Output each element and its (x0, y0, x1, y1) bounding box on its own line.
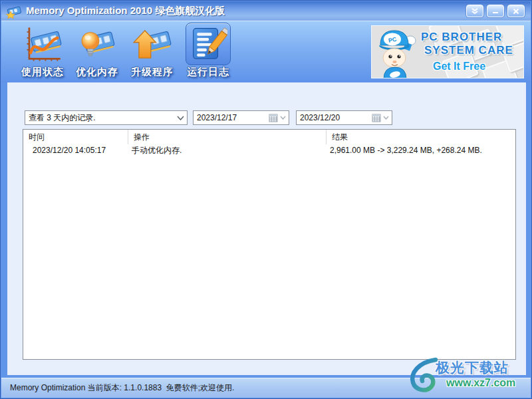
chevron-down-icon (174, 111, 187, 124)
app-logo-icon (6, 4, 22, 19)
calendar-icon (372, 114, 381, 122)
log-list-header: 时间 操作 结果 (23, 130, 515, 144)
run-log-pencil-icon (189, 25, 227, 63)
toolbar-label-run-log: 运行日志 (180, 66, 236, 78)
toolbar-button-upgrade-program[interactable]: 升级程序 (124, 23, 180, 78)
record-range-select[interactable]: 查看 3 天内的记录. (25, 110, 188, 125)
toolbar-label-upgrade-program: 升级程序 (124, 66, 180, 78)
close-button[interactable] (507, 5, 525, 17)
toolbar-button-usage-status[interactable]: 使用状态 (15, 23, 70, 78)
minimize-icon (492, 8, 499, 14)
log-row-result: 2,961.00 MB -> 3,229.24 MB, +268.24 MB. (326, 146, 515, 155)
pc-brother-banner-ad[interactable]: PC PC BROTHER SYSTEM CARE Get It Free (371, 25, 524, 78)
content-panel: 查看 3 天内的记录. 2023/12/17 2023/12/20 (7, 82, 526, 375)
date-to-value: 2023/12/20 (300, 113, 340, 122)
banner-line3: Get It Free (433, 61, 485, 72)
chevron-down-icon (471, 8, 478, 14)
minimize-to-tray-button[interactable] (466, 5, 483, 17)
window-title: Memory Optimization 2010 绿色旗舰汉化版 (26, 5, 225, 17)
memory-optimize-bulb-icon (78, 25, 116, 63)
pc-brother-mascot-icon: PC (373, 27, 420, 78)
column-header-operation[interactable]: 操作 (128, 130, 326, 144)
chevron-down-icon (280, 116, 286, 120)
status-bar: Memory Optimization 当前版本: 1.1.0.1883 免费软… (1, 378, 531, 398)
toolbar-label-optimize-memory: 优化内存 (69, 66, 125, 78)
date-to-picker[interactable]: 2023/12/20 (296, 110, 392, 125)
minimize-button[interactable] (487, 5, 504, 17)
record-range-value: 查看 3 天内的记录. (29, 112, 96, 124)
date-from-picker[interactable]: 2023/12/17 (193, 110, 289, 125)
toolbar-label-usage-status: 使用状态 (15, 66, 70, 78)
column-header-time[interactable]: 时间 (23, 130, 128, 144)
banner-line2: SYSTEM CARE (424, 44, 513, 57)
window-controls (466, 5, 525, 17)
title-bar: Memory Optimization 2010 绿色旗舰汉化版 (1, 1, 531, 21)
chevron-down-icon (383, 116, 389, 120)
close-icon (513, 8, 519, 15)
toolbar-button-optimize-memory[interactable]: 优化内存 (69, 23, 125, 78)
memory-usage-chart-icon (23, 25, 62, 63)
banner-line1: PC BROTHER (421, 31, 502, 44)
log-list[interactable]: 时间 操作 结果 2023/12/20 14:05:17 手动优化内存. 2,9… (23, 129, 516, 360)
log-row-time: 2023/12/20 14:05:17 (23, 146, 128, 155)
column-header-result[interactable]: 结果 (326, 130, 515, 144)
date-from-value: 2023/12/17 (197, 113, 237, 122)
version-status-text: Memory Optimization 当前版本: 1.1.0.1883 免费软… (10, 382, 234, 394)
log-row[interactable]: 2023/12/20 14:05:17 手动优化内存. 2,961.00 MB … (23, 144, 515, 156)
app-window: Memory Optimization 2010 绿色旗舰汉化版 (0, 0, 532, 399)
log-row-operation: 手动优化内存. (128, 145, 326, 156)
toolbar-button-run-log[interactable]: 运行日志 (180, 23, 236, 78)
memory-upgrade-arrow-icon (133, 25, 172, 63)
calendar-icon (269, 114, 278, 122)
main-toolbar: 使用状态 (1, 21, 531, 82)
